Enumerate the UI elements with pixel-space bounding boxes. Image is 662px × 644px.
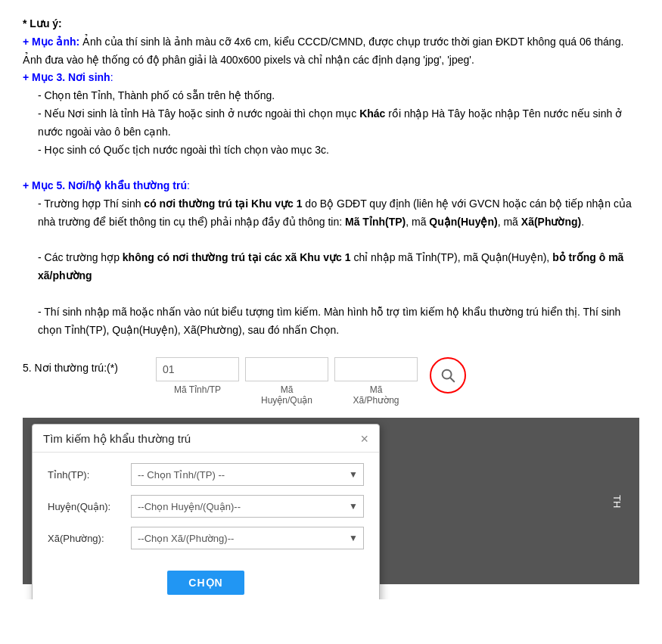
modal-huyen-select-wrapper: --Chọn Huyện/(Quận)-- ▼ (131, 495, 364, 518)
ma-xa-label: MãXã/Phường (353, 384, 399, 406)
modal-xa-select-wrapper: --Chọn Xã/(Phường)-- ▼ (131, 527, 364, 549)
modal-footer: CHỌN (33, 571, 379, 599)
modal-tinh-field: Tỉnh(TP): -- Chọn Tỉnh/(TP) -- ▼ (48, 463, 364, 486)
modal-tinh-select[interactable]: -- Chọn Tỉnh/(TP) -- (131, 463, 364, 486)
muc5-bold-1: có nơi thường trú tại Khu vực 1 (144, 198, 302, 210)
modal-tinh-select-wrapper: -- Chọn Tỉnh/(TP) -- ▼ (131, 463, 364, 486)
modal-xa-label: Xã(Phường): (48, 533, 131, 544)
note-title: * Lưu ý: (23, 17, 62, 30)
muc3-colon: : (110, 71, 113, 83)
search-button[interactable] (430, 357, 466, 394)
chon-button[interactable]: CHỌN (167, 571, 244, 595)
modal-close-button[interactable]: × (360, 432, 368, 446)
ma-tinh-group: Mã Tỉnh/TP (156, 357, 239, 395)
modal-header: Tìm kiếm hộ khẩu thường trú × (33, 425, 379, 453)
ma-huyen-group: MãHuyện/Quận (245, 357, 328, 406)
modal-huyen-field: Huyện(Quận): --Chọn Huyện/(Quận)-- ▼ (48, 495, 364, 518)
muc5-bold-2: không có nơi thường trú tại các xã Khu v… (123, 251, 351, 263)
ma-tinh-input[interactable] (156, 357, 239, 381)
modal-huyen-label: Huyện(Quận): (48, 501, 131, 512)
modal-huyen-select[interactable]: --Chọn Huyện/(Quận)-- (131, 495, 364, 518)
muc3-item-3: - Học sinh có Quốc tịch nước ngoài thì t… (23, 142, 639, 160)
ma-xa-input[interactable] (334, 357, 418, 381)
muc3-khac: Khác (359, 107, 385, 120)
ma-huyen-input[interactable] (245, 357, 328, 381)
modal-body: Tỉnh(TP): -- Chọn Tỉnh/(TP) -- ▼ Huyện(Q… (33, 453, 379, 571)
muc5-ma-tinh: Mã Tỉnh(TP) (345, 216, 406, 228)
muc5-prefix: + Mục 5. Nơi/hộ khẩu thường trú (23, 179, 187, 191)
note-section: * Lưu ý: + Mục ảnh: Ảnh của thí sinh là … (23, 15, 639, 339)
svg-line-1 (450, 378, 454, 382)
muc5-colon: : (187, 179, 190, 191)
modal-tinh-label: Tỉnh(TP): (48, 469, 131, 481)
muc5-item-2: - Các trường hợp không có nơi thường trú… (23, 249, 639, 285)
muc5-ma-xa: Xã(Phường) (521, 216, 581, 228)
noi-thuong-tru-field: 5. Nơi thường trú:(*) Mã Tỉnh/TP MãHuyện… (23, 357, 639, 406)
modal-xa-select[interactable]: --Chọn Xã/(Phường)-- (131, 527, 364, 549)
right-text: TH (611, 495, 623, 508)
page-bottom: PHIẾU ĐĂNG KÝ DỰ HỌC TỐT NGHIỆP THU Tìm … (23, 418, 639, 584)
muc3-item-2: - Nếu Nơi sinh là tỉnh Hà Tây hoặc sinh … (23, 105, 639, 142)
search-icon (440, 367, 456, 384)
muc5-item-1: - Trường hợp Thí sinh có nơi thường trú … (23, 195, 639, 232)
muc-anh-text: Ảnh của thí sinh là ảnh màu cỡ 4x6 cm, k… (23, 36, 623, 66)
modal-title: Tìm kiếm hộ khẩu thường trú (43, 432, 191, 446)
muc5-item-3: - Thí sinh nhập mã hoặc nhấn vào nút biể… (23, 303, 639, 340)
ma-huyen-label: MãHuyện/Quận (261, 384, 312, 406)
noi-thuong-tru-label: 5. Nơi thường trú:(*) (23, 357, 144, 374)
field-inputs-group: Mã Tỉnh/TP MãHuyện/Quận MãXã/Phường (156, 357, 466, 406)
ma-tinh-label: Mã Tỉnh/TP (174, 384, 221, 395)
search-modal: Tìm kiếm hộ khẩu thường trú × Tỉnh(TP): … (32, 424, 380, 599)
muc5-ma-quan: Quận(Huyện) (429, 216, 497, 228)
modal-xa-field: Xã(Phường): --Chọn Xã/(Phường)-- ▼ (48, 527, 364, 549)
dark-background: PHIẾU ĐĂNG KÝ DỰ HỌC TỐT NGHIỆP THU Tìm … (23, 418, 639, 584)
muc-anh-prefix: + Mục ảnh: (23, 36, 79, 48)
muc3-item-1: - Chọn tên Tỉnh, Thành phố có sẵn trên h… (23, 87, 639, 105)
ma-xa-group: MãXã/Phường (334, 357, 418, 406)
muc3-prefix: + Mục 3. Nơi sinh (23, 71, 110, 83)
right-side-bg: TH (594, 418, 639, 584)
